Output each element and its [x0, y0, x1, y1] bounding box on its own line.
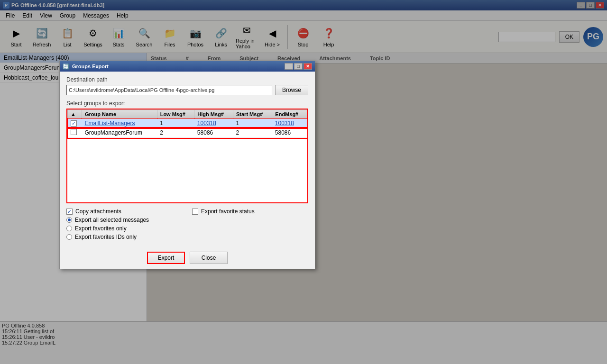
dialog-controls: _ □ ✕ — [285, 63, 312, 70]
row2-checkbox-cell[interactable] — [68, 128, 82, 138]
dialog-minimize-button[interactable]: _ — [285, 63, 293, 70]
export-favorite-status-label: Export favorite status — [201, 208, 255, 215]
dialog-title-bar: 🔄 Groups Export _ □ ✕ — [60, 61, 315, 72]
sort-icon: ▲ — [71, 111, 76, 117]
export-favorites-label: Export favorites only — [75, 225, 127, 232]
row1-groupname-link[interactable]: EmailList-Managers — [85, 120, 135, 127]
destination-label: Destination path — [66, 76, 308, 83]
col-header-startmsg[interactable]: Start Msg# — [233, 110, 272, 119]
export-favorite-status-option: Export favorite status — [192, 208, 308, 215]
row1-groupname: EmailList-Managers — [82, 119, 157, 128]
path-input[interactable] — [66, 85, 272, 95]
export-all-radio[interactable] — [66, 217, 72, 223]
table-row[interactable]: EmailList-Managers 1 100318 1 100318 — [68, 119, 307, 128]
export-favorite-status-checkbox[interactable] — [192, 209, 198, 215]
row1-checkbox[interactable] — [71, 120, 77, 127]
groups-export-dialog: 🔄 Groups Export _ □ ✕ Destination path B… — [59, 61, 315, 269]
row2-startmsg: 2 — [233, 128, 272, 138]
row1-startmsg: 1 — [233, 119, 272, 128]
export-favorites-option: Export favorites only — [66, 225, 183, 232]
export-favorites-ids-label: Export favorites IDs only — [75, 234, 137, 240]
export-all-label: Export all selected messages — [75, 217, 149, 223]
options-right: Export favorite status — [192, 208, 308, 217]
copy-attachments-checkbox[interactable] — [66, 209, 73, 215]
options-row: Copy attachments Export all selected mes… — [66, 208, 308, 242]
close-button[interactable]: Close — [190, 252, 228, 264]
groups-table: ▲ Group Name Low Msg# High Msg# Start Ms… — [67, 109, 307, 138]
copy-attachments-option: Copy attachments — [66, 208, 183, 215]
row2-highmsg: 58086 — [194, 128, 233, 138]
table-header-row: ▲ Group Name Low Msg# High Msg# Start Ms… — [68, 110, 307, 119]
row2-groupname: GroupManagersForum — [82, 128, 157, 138]
modal-overlay: 🔄 Groups Export _ □ ✕ Destination path B… — [0, 0, 607, 364]
dialog-restore-button[interactable]: □ — [294, 63, 303, 70]
row1-lowmsg: 1 — [157, 119, 194, 128]
export-all-option: Export all selected messages — [66, 217, 183, 223]
col-header-groupname[interactable]: Group Name — [82, 110, 157, 119]
dialog-body: Destination path Browse Select groups to… — [60, 72, 315, 269]
export-button[interactable]: Export — [147, 252, 185, 264]
row1-endmsg-link[interactable]: 100318 — [275, 120, 294, 127]
dialog-title: Groups Export — [72, 64, 109, 69]
row1-endmsg: 100318 — [272, 119, 307, 128]
select-groups-label: Select groups to export — [66, 100, 308, 107]
col-header-endmsg[interactable]: EndMsg# — [272, 110, 307, 119]
col-header-highmsg[interactable]: High Msg# — [194, 110, 233, 119]
copy-attachments-label: Copy attachments — [75, 208, 121, 215]
row2-endmsg: 58086 — [272, 128, 307, 138]
row1-highmsg: 100318 — [194, 119, 233, 128]
col-header-lowmsg[interactable]: Low Msg# — [157, 110, 194, 119]
dialog-close-button[interactable]: ✕ — [304, 63, 312, 70]
export-favorites-radio[interactable] — [66, 226, 72, 231]
groups-table-container: ▲ Group Name Low Msg# High Msg# Start Ms… — [66, 109, 308, 203]
row2-checkbox[interactable] — [71, 129, 77, 135]
dialog-actions: Export Close — [66, 248, 308, 264]
browse-button[interactable]: Browse — [275, 85, 308, 95]
export-favorites-ids-radio[interactable] — [66, 234, 72, 240]
table-row[interactable]: GroupManagersForum 2 58086 2 58086 — [68, 128, 307, 138]
dialog-title-icon: 🔄 — [63, 64, 69, 70]
export-favorites-ids-option: Export favorites IDs only — [66, 234, 183, 240]
row2-lowmsg: 2 — [157, 128, 194, 138]
row1-checkbox-cell[interactable] — [68, 119, 82, 128]
row1-highmsg-link[interactable]: 100318 — [197, 120, 216, 127]
col-header-checkbox: ▲ — [68, 110, 82, 119]
path-row: Browse — [66, 85, 308, 95]
options-left: Copy attachments Export all selected mes… — [66, 208, 183, 242]
